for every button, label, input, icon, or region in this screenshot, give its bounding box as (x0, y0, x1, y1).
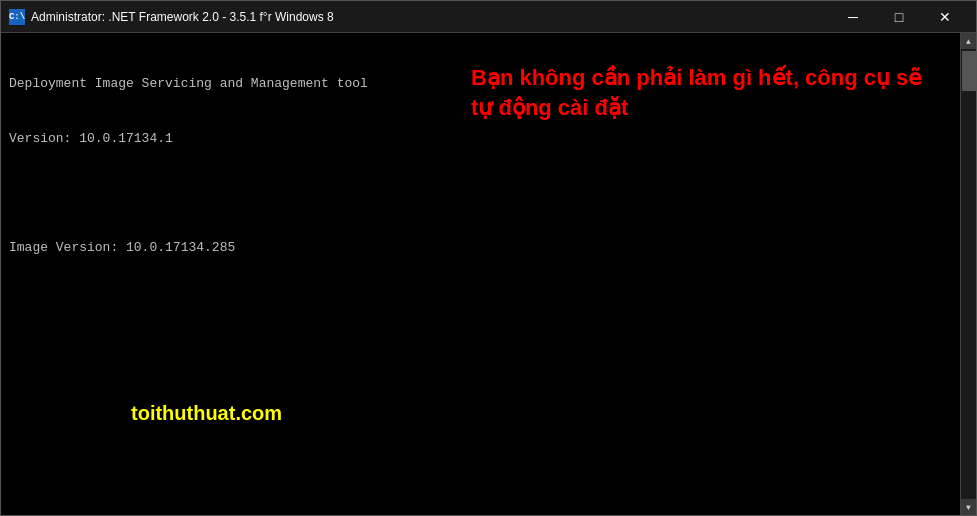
console-line-3 (9, 185, 952, 203)
close-button[interactable]: ✕ (922, 1, 968, 33)
title-bar-controls: ─ □ ✕ (830, 1, 968, 33)
scroll-track[interactable] (961, 49, 976, 499)
scroll-up-arrow[interactable]: ▲ (961, 33, 977, 49)
scroll-thumb[interactable] (962, 51, 976, 91)
minimize-button[interactable]: ─ (830, 1, 876, 33)
console-line-4: Image Version: 10.0.17134.285 (9, 239, 952, 257)
console-area: Deployment Image Servicing and Managemen… (1, 33, 976, 515)
scroll-down-arrow[interactable]: ▼ (961, 499, 977, 515)
yellow-message: toithuthuat.com (131, 402, 282, 425)
title-bar-left: C:\ Administrator: .NET Framework 2.0 - … (9, 9, 334, 25)
title-bar: C:\ Administrator: .NET Framework 2.0 - … (1, 1, 976, 33)
maximize-button[interactable]: □ (876, 1, 922, 33)
window: C:\ Administrator: .NET Framework 2.0 - … (0, 0, 977, 516)
cmd-icon: C:\ (9, 9, 25, 25)
window-title: Administrator: .NET Framework 2.0 - 3.5.… (31, 10, 334, 24)
scrollbar[interactable]: ▲ ▼ (960, 33, 976, 515)
console-line-2: Version: 10.0.17134.1 (9, 130, 952, 148)
red-message: Bạn không cần phải làm gì hết, công cụ s… (471, 63, 931, 122)
